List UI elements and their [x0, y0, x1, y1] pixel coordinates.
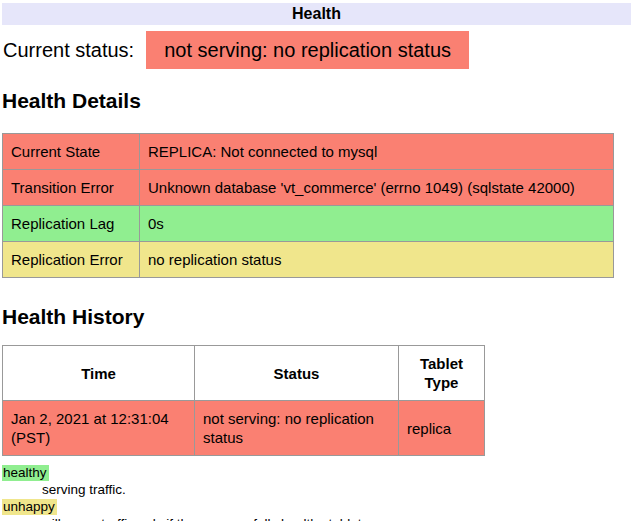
health-details-heading: Health Details [2, 88, 631, 113]
health-history-table: Time Status Tablet Type Jan 2, 2021 at 1… [2, 345, 485, 456]
history-time-cell: Jan 2, 2021 at 12:31:04 (PST) [3, 401, 195, 456]
current-status-badge: not serving: no replication status [146, 31, 469, 69]
legend-term-healthy-label: healthy [2, 465, 49, 481]
detail-label-cell: Replication Error [3, 242, 140, 278]
legend-term-unhappy: unhappy [2, 498, 631, 515]
column-header-tablet-type: Tablet Type [399, 346, 485, 401]
health-history-heading: Health History [2, 304, 631, 329]
table-row: Current State REPLICA: Not connected to … [3, 134, 614, 170]
table-row: Replication Lag 0s [3, 206, 614, 242]
detail-label-cell: Replication Lag [3, 206, 140, 242]
table-row: Transition Error Unknown database 'vt_co… [3, 170, 614, 206]
column-header-status: Status [195, 346, 399, 401]
history-status-cell: not serving: no replication status [195, 401, 399, 456]
table-header-row: Time Status Tablet Type [3, 346, 485, 401]
table-row: Jan 2, 2021 at 12:31:04 (PST) not servin… [3, 401, 485, 456]
page-title: Health [2, 3, 631, 25]
health-details-table: Current State REPLICA: Not connected to … [2, 133, 614, 278]
legend-term-unhappy-label: unhappy [2, 499, 57, 515]
table-row: Replication Error no replication status [3, 242, 614, 278]
detail-value-cell: 0s [140, 206, 614, 242]
current-status-line: Current status: not serving: no replicat… [2, 31, 631, 69]
detail-value-cell: no replication status [140, 242, 614, 278]
legend-description: will serve traffic only if there are no … [42, 515, 631, 521]
detail-value-cell: REPLICA: Not connected to mysql [140, 134, 614, 170]
history-tablet-type-cell: replica [399, 401, 485, 456]
detail-value-cell: Unknown database 'vt_commerce' (errno 10… [140, 170, 614, 206]
legend-term-healthy: healthy [2, 464, 631, 481]
detail-label-cell: Current State [3, 134, 140, 170]
column-header-time: Time [3, 346, 195, 401]
legend: healthy serving traffic. unhappy will se… [2, 464, 631, 521]
detail-label-cell: Transition Error [3, 170, 140, 206]
current-status-label: Current status: [3, 38, 134, 62]
legend-description: serving traffic. [42, 481, 631, 498]
